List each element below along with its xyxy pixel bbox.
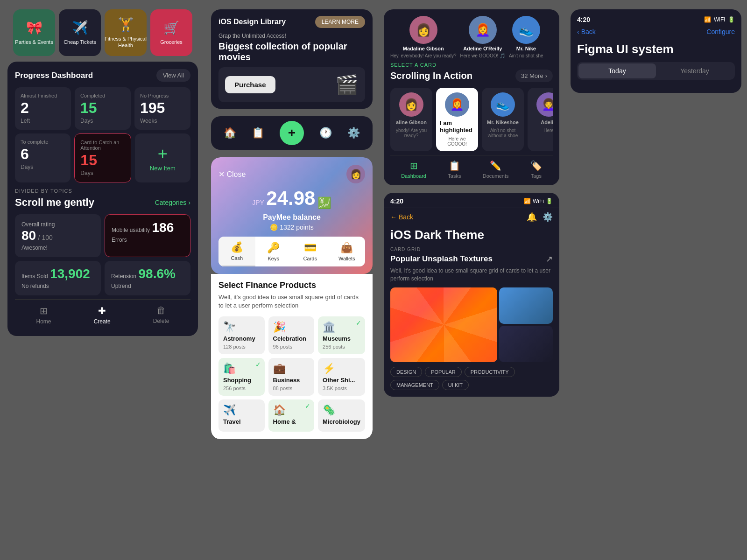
back-button[interactable]: ← Back xyxy=(390,213,413,221)
avatar-row: 👩 aline Gibson ybody! Are you ready? 👩‍🦰… xyxy=(390,88,553,151)
categories-button[interactable]: Categories › xyxy=(155,199,190,206)
groceries-icon: 🛒 xyxy=(163,20,180,35)
close-button[interactable]: ✕ Close xyxy=(218,170,246,179)
movie-icon: 🎬 xyxy=(335,74,359,96)
tag-popular[interactable]: POPULAR xyxy=(425,367,462,377)
keys-label: Keys xyxy=(268,256,279,261)
grid-item-home[interactable]: ✓ 🏠 Home & xyxy=(268,399,315,432)
category-fitness[interactable]: 🏋️ Fitness & Physical Health xyxy=(105,9,147,56)
other-posts: 3.5K posts xyxy=(323,385,360,391)
category-parties[interactable]: 🎀 Parties & Events xyxy=(13,9,55,56)
ios-nav-fab-button[interactable]: + xyxy=(280,121,304,145)
nav-home[interactable]: ⊞ Home xyxy=(36,305,51,325)
finance-tabs: 💰 Cash 🔑 Keys 💳 Cards 👜 Wallets xyxy=(218,237,365,266)
dark-theme-header: ← Back 🔔 ⚙️ xyxy=(384,208,559,226)
figma-tab-yesterday[interactable]: Yesterday xyxy=(656,63,733,78)
avatar-card-nikeshoe[interactable]: 👟 Mr. Nikeshoe Ain't no shot without a s… xyxy=(482,88,524,151)
scroll-nav-dashboard[interactable]: ⊞ Dashboard xyxy=(401,160,426,179)
panel-figma: 4:20 📶 WiFi 🔋 ‹ Back Configure Figma UI … xyxy=(565,0,747,560)
grid-item-travel[interactable]: ✈️ Travel xyxy=(218,399,265,432)
finance-tab-cash[interactable]: 💰 Cash xyxy=(218,237,255,266)
celebration-posts: 96 posts xyxy=(273,344,310,350)
finance-tab-keys[interactable]: 🔑 Keys xyxy=(255,237,292,266)
grid-item-other[interactable]: ⚡ Other Shi... 3.5K posts xyxy=(318,358,365,396)
category-row: 🎀 Parties & Events ✈️ Cheap Tickets 🏋️ F… xyxy=(7,9,198,56)
stats-row-2: To complete 6 Days Card to Catch an Atte… xyxy=(15,133,190,182)
grid-item-business[interactable]: 💼 Business 88 posts xyxy=(268,358,315,396)
figma-back-button[interactable]: ‹ Back xyxy=(577,28,596,35)
nav-delete[interactable]: 🗑 Delete xyxy=(153,305,169,325)
avatar-card-adelin[interactable]: 👩‍🦱 Adelin Here xyxy=(528,88,553,151)
stat-new-item[interactable]: + New Item xyxy=(135,133,190,182)
tags-icon: 🏷️ xyxy=(530,160,542,171)
texture-main[interactable] xyxy=(390,287,497,362)
overall-rating-sublabel: Awesome! xyxy=(21,245,48,251)
tag-ui-kit[interactable]: UI KIT xyxy=(442,380,469,390)
bell-icon[interactable]: 🔔 xyxy=(527,212,537,222)
tag-design[interactable]: DESIGN xyxy=(390,367,422,377)
nikeshoe-status: Ain't no shot without a shoe xyxy=(486,128,520,138)
stat-almost-finished: Almost Finished 2 Left xyxy=(15,87,71,130)
ios-nav-home[interactable]: 🏠 xyxy=(224,127,236,139)
stat-card-catch: Card to Catch an Attention 15 Days xyxy=(74,133,131,182)
tag-productivity[interactable]: PRODUCTIVITY xyxy=(465,367,515,377)
scroll-nav-tags[interactable]: 🏷️ Tags xyxy=(530,160,542,179)
avatar-card-aline[interactable]: 👩 aline Gibson ybody! Are you ready? xyxy=(390,88,432,151)
overall-rating-label: Overall rating xyxy=(21,221,55,228)
select-finance-title: Select Finance Products xyxy=(218,280,365,290)
dashboard-label: Dashboard xyxy=(401,173,426,179)
select-card-label: SELECT A CARD xyxy=(390,62,553,68)
learn-more-button[interactable]: LEARN MORE xyxy=(315,16,365,28)
card-grid-label: CARD GRID xyxy=(384,247,559,254)
dashboard-header: Progress Dashboard View All xyxy=(15,69,190,82)
scroll-nav-documents[interactable]: ✏️ Documents xyxy=(483,160,509,179)
grid-item-astronomy[interactable]: 🔭 Astronomy 128 posts xyxy=(218,316,265,354)
wallets-label: Wallets xyxy=(338,256,355,261)
home-label: Home xyxy=(36,318,51,325)
dashboard-icon: ⊞ xyxy=(410,160,418,171)
parties-icon: 🎀 xyxy=(26,20,42,35)
purchase-button[interactable]: Purchase xyxy=(225,76,275,93)
share-button[interactable]: ↗ xyxy=(546,254,553,264)
adelin-avatar: 👩‍🦱 xyxy=(536,92,553,117)
finance-tab-wallets[interactable]: 👜 Wallets xyxy=(329,237,366,266)
scroll-header: Scroll me gently Categories › xyxy=(15,196,190,209)
dashboard-bottom-nav: ⊞ Home ✚ Create 🗑 Delete xyxy=(15,299,190,329)
figma-configure-button[interactable]: Configure xyxy=(706,28,735,35)
tags-label: Tags xyxy=(531,173,542,179)
grid-item-shopping[interactable]: ✓ 🛍️ Shopping 256 posts xyxy=(218,358,265,396)
home-name: Home & xyxy=(273,418,310,425)
scroll-nav-tasks[interactable]: 📋 Tasks xyxy=(448,160,461,179)
grid-item-museums[interactable]: ✓ 🏛️ Museums 256 posts xyxy=(318,316,365,354)
dashboard-card: Progress Dashboard View All Almost Finis… xyxy=(7,62,198,336)
nav-create[interactable]: ✚ Create xyxy=(94,305,111,325)
category-groceries[interactable]: 🛒 Groceries xyxy=(150,9,192,56)
other-icon: ⚡ xyxy=(323,363,360,375)
avatar-card-highlighted[interactable]: 👩‍🦰 I am highlighted Here we GOOOO! xyxy=(436,88,478,151)
view-all-button[interactable]: View All xyxy=(156,69,190,82)
grid-item-microbiology[interactable]: 🦠 Microbiology xyxy=(318,399,365,432)
mobile-usability-sublabel: Errors xyxy=(112,237,127,243)
settings-gear-icon[interactable]: ⚙️ xyxy=(543,212,553,222)
figma-title: Figma UI system xyxy=(577,42,735,56)
grid-item-celebration[interactable]: 🎉 Celebration 96 posts xyxy=(268,316,315,354)
figma-card: 4:20 📶 WiFi 🔋 ‹ Back Configure Figma UI … xyxy=(571,9,741,93)
finance-tab-cards[interactable]: 💳 Cards xyxy=(292,237,329,266)
tag-management[interactable]: MANAGEMENT xyxy=(390,380,439,390)
metric-retension: Retension 98.6% Uptrend xyxy=(105,261,190,295)
adeline-status: Here we GOOOO! 🎵 xyxy=(460,53,505,58)
category-tickets[interactable]: ✈️ Cheap Tickets xyxy=(59,9,101,56)
ios-nav-settings[interactable]: ⚙️ xyxy=(347,127,360,139)
panel-right: 👩 Madaline Gibson Hey, everybody! Are yo… xyxy=(378,0,565,560)
texture-dark[interactable] xyxy=(499,326,553,362)
celebration-icon: 🎉 xyxy=(273,321,310,333)
texture-blue[interactable] xyxy=(499,287,553,324)
tasks-icon: 📋 xyxy=(449,160,460,171)
ios-nav-clock[interactable]: 🕐 xyxy=(319,127,332,139)
ios-nav-layers[interactable]: 📋 xyxy=(252,127,264,139)
items-sold-number: 13,902 xyxy=(50,266,90,281)
metric-overall-rating: Overall rating 80 / 100 Awesome! xyxy=(15,214,101,257)
figma-tab-today[interactable]: Today xyxy=(578,63,656,78)
more-button[interactable]: 32 More › xyxy=(515,70,553,82)
highlighted-status: Here we GOOOO! xyxy=(440,136,474,147)
